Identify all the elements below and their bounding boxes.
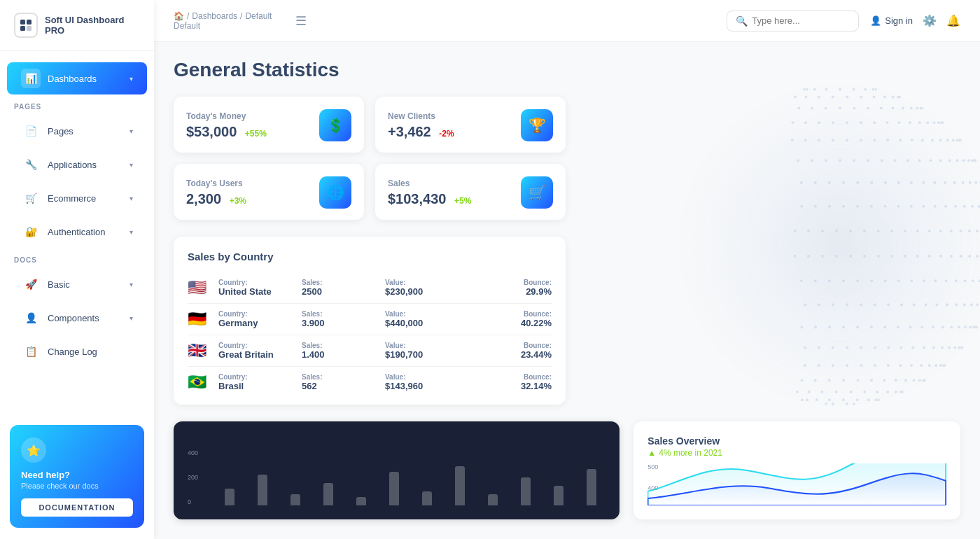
svg-point-57: [857, 379, 860, 382]
svg-point-146: [909, 326, 912, 329]
sidebar-item-pages[interactable]: 📄 Pages ▾: [7, 115, 147, 147]
svg-point-96: [899, 364, 902, 367]
svg-point-98: [920, 364, 923, 367]
svg-point-47: [895, 391, 897, 393]
svg-point-469: [846, 139, 848, 142]
sidebar-item-ecommerce[interactable]: 🛒 Ecommerce ▾: [7, 182, 147, 214]
svg-point-242: [923, 280, 925, 283]
svg-point-445: [894, 159, 897, 162]
sidebar: Soft UI Dashboard PRO 📊 Dashboards ▾ PAG…: [0, 0, 154, 539]
svg-point-132: [948, 346, 951, 349]
svg-point-81: [899, 364, 902, 367]
svg-point-499: [886, 122, 889, 125]
svg-point-171: [973, 326, 976, 329]
stat-badge-clients: -2%: [439, 129, 454, 139]
globe-decoration: [595, 42, 980, 476]
bar-item: [577, 469, 606, 505]
sidebar-item-dashboards[interactable]: 📊 Dashboards ▾: [7, 62, 147, 94]
svg-point-113: [887, 346, 890, 349]
svg-point-363: [842, 205, 845, 208]
svg-point-476: [818, 139, 820, 142]
svg-point-468: [860, 139, 862, 142]
svg-point-38: [796, 391, 799, 393]
bar-chart-bars: [215, 466, 606, 505]
svg-point-134: [958, 346, 960, 349]
svg-point-160: [870, 326, 873, 329]
stat-badge-users: +3%: [230, 196, 246, 206]
svg-point-48: [899, 391, 902, 393]
svg-point-569: [872, 88, 875, 91]
svg-point-90: [818, 364, 820, 367]
svg-point-524: [916, 107, 919, 110]
sidebar-item-basic[interactable]: 🚀 Basic ▾: [7, 268, 147, 300]
search-input[interactable]: [752, 15, 850, 26]
bar-item: [346, 497, 375, 505]
documentation-button[interactable]: DOCUMENTATION: [21, 498, 133, 517]
svg-point-447: [918, 159, 921, 162]
sidebar-item-changelog[interactable]: 📋 Change Log: [7, 335, 147, 368]
svg-point-493: [937, 122, 940, 125]
svg-point-326: [904, 230, 906, 232]
svg-point-241: [910, 280, 913, 283]
home-icon[interactable]: 🏠: [174, 11, 184, 21]
user-circle-icon: 👤: [870, 15, 881, 26]
svg-point-561: [832, 96, 834, 99]
search-box[interactable]: 🔍: [727, 10, 859, 31]
svg-point-557: [794, 96, 797, 99]
svg-point-273: [807, 255, 810, 258]
svg-point-15: [842, 398, 845, 401]
svg-point-243: [934, 280, 937, 283]
svg-point-225: [897, 280, 900, 283]
svg-point-284: [916, 255, 919, 258]
svg-point-200: [900, 304, 903, 307]
svg-point-118: [818, 346, 820, 349]
svg-point-312: [863, 230, 866, 232]
svg-point-23: [828, 398, 831, 401]
svg-point-306: [939, 230, 942, 232]
svg-point-384: [975, 181, 978, 184]
svg-point-514: [886, 122, 889, 125]
svg-point-168: [958, 326, 960, 329]
svg-point-67: [870, 379, 873, 382]
svg-point-274: [794, 255, 797, 258]
svg-point-393: [884, 181, 887, 184]
logo-icon: [14, 13, 38, 38]
svg-point-166: [941, 326, 944, 329]
sidebar-item-applications[interactable]: 🔧 Applications ▾: [7, 148, 147, 181]
menu-toggle[interactable]: ☰: [290, 13, 312, 29]
svg-point-364: [856, 205, 859, 208]
svg-point-74: [944, 364, 946, 367]
sidebar-item-components[interactable]: 👤 Components ▾: [7, 302, 147, 334]
svg-point-373: [963, 205, 966, 208]
svg-point-42: [835, 391, 838, 393]
svg-point-45: [876, 391, 878, 393]
svg-point-201: [913, 304, 916, 307]
svg-point-271: [835, 255, 838, 258]
bell-icon[interactable]: 🔔: [946, 14, 960, 27]
stat-badge-sales: +5%: [454, 196, 471, 206]
sidebar-item-authentication[interactable]: 🔐 Authentication ▾: [7, 216, 147, 248]
svg-point-263: [939, 255, 942, 258]
svg-point-347: [954, 205, 957, 208]
svg-point-72: [918, 379, 921, 382]
svg-point-551: [873, 96, 876, 99]
svg-point-365: [870, 205, 873, 208]
svg-point-229: [842, 280, 845, 283]
svg-point-521: [940, 122, 943, 125]
settings-icon[interactable]: ⚙️: [923, 14, 937, 27]
bar-item: [544, 486, 573, 505]
signin-button[interactable]: 👤 Sign in: [870, 15, 913, 26]
svg-point-304: [960, 230, 962, 232]
table-row: 🇺🇸 Country: United State Sales: 2500 Val…: [188, 272, 552, 304]
svg-point-198: [874, 304, 876, 307]
sidebar-help-box: ⭐ Need help? Please check our docs DOCUM…: [10, 425, 144, 528]
svg-point-492: [940, 122, 943, 125]
svg-point-358: [814, 205, 817, 208]
svg-point-329: [939, 230, 942, 232]
svg-point-437: [797, 159, 800, 162]
svg-point-183: [925, 304, 927, 307]
svg-point-461: [939, 139, 942, 142]
svg-point-163: [909, 326, 912, 329]
svg-point-305: [950, 230, 953, 232]
bar-item: [379, 472, 408, 505]
